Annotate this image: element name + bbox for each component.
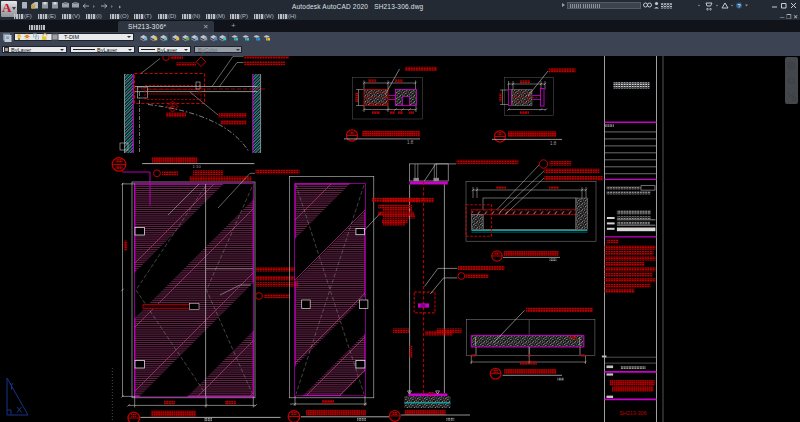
svg-text:1:8: 1:8 [550, 141, 557, 146]
svg-text:1:8: 1:8 [407, 140, 414, 145]
svg-text:SH213-306: SH213-306 [619, 410, 646, 416]
svg-text:?: ? [738, 3, 741, 9]
svg-text:1:10: 1:10 [193, 164, 202, 169]
